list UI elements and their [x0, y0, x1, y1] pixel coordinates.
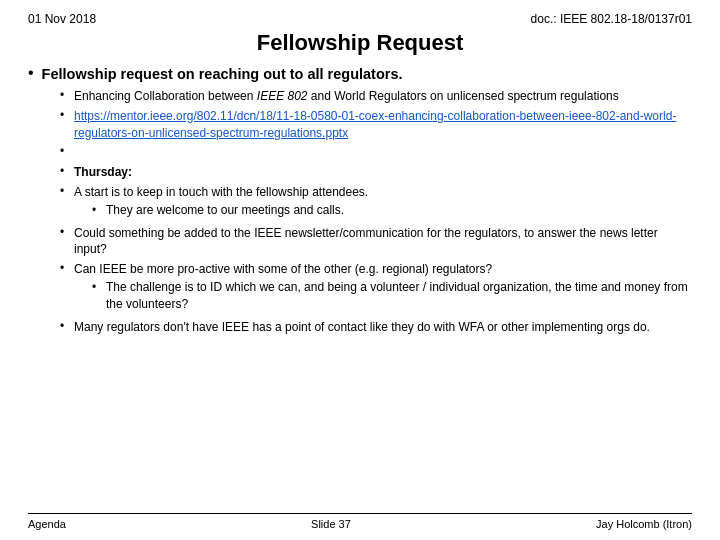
- list-item: • https://mentor.ieee.org/802.11/dcn/18/…: [60, 108, 692, 142]
- thursday-bold: Thursday:: [74, 165, 132, 179]
- content: • Fellowship request on reaching out to …: [28, 66, 692, 513]
- page: 01 Nov 2018 doc.: IEEE 802.18-18/0137r01…: [0, 0, 720, 540]
- list-item: • The challenge is to ID which we can, a…: [92, 279, 692, 313]
- sub-sub-text: They are welcome to our meetings and cal…: [106, 202, 344, 219]
- footer-center: Slide 37: [66, 518, 596, 530]
- header: 01 Nov 2018 doc.: IEEE 802.18-18/0137r01: [28, 12, 692, 26]
- bullet-icon: •: [92, 279, 100, 296]
- page-title: Fellowship Request: [28, 30, 692, 56]
- empty-text: [74, 144, 692, 161]
- challenge-text: The challenge is to ID which we can, and…: [106, 279, 692, 313]
- footer-left: Agenda: [28, 518, 66, 530]
- header-date: 01 Nov 2018: [28, 12, 96, 26]
- proactive-text: Can IEEE be more pro-active with some of…: [74, 261, 692, 315]
- thursday-label: Thursday:: [74, 164, 692, 181]
- main-bullet: • Fellowship request on reaching out to …: [28, 66, 692, 82]
- bullet-icon: •: [60, 164, 68, 178]
- footer-right: Jay Holcomb (Itron): [596, 518, 692, 530]
- main-bullet-dot: •: [28, 64, 34, 82]
- list-item-empty: •: [60, 144, 692, 161]
- bullet-text-1: Enhancing Collaboration between IEEE 802…: [74, 88, 692, 105]
- list-item-regulators: • Many regulators don't have IEEE has a …: [60, 319, 692, 336]
- sub-sub-list: • They are welcome to our meetings and c…: [74, 202, 692, 219]
- newsletter-text: Could something be added to the IEEE new…: [74, 225, 692, 259]
- sub-bullet-list: • Enhancing Collaboration between IEEE 8…: [28, 88, 692, 335]
- list-item-newsletter: • Could something be added to the IEEE n…: [60, 225, 692, 259]
- bullet-icon: •: [60, 144, 68, 158]
- bullet-icon: •: [60, 319, 68, 333]
- start-text: A start is to keep in touch with the fel…: [74, 184, 692, 222]
- header-doc: doc.: IEEE 802.18-18/0137r01: [531, 12, 692, 26]
- bullet-icon: •: [60, 225, 68, 239]
- footer: Agenda Slide 37 Jay Holcomb (Itron): [28, 513, 692, 530]
- link-text[interactable]: https://mentor.ieee.org/802.11/dcn/18/11…: [74, 109, 676, 140]
- bullet-icon: •: [60, 88, 68, 102]
- list-item: • Enhancing Collaboration between IEEE 8…: [60, 88, 692, 105]
- list-item: • They are welcome to our meetings and c…: [92, 202, 692, 219]
- sub-sub-list-2: • The challenge is to ID which we can, a…: [74, 279, 692, 313]
- bullet-icon: •: [92, 202, 100, 219]
- list-item-proactive: • Can IEEE be more pro-active with some …: [60, 261, 692, 315]
- list-item-start: • A start is to keep in touch with the f…: [60, 184, 692, 222]
- list-item-thursday: • Thursday:: [60, 164, 692, 181]
- regulators-text: Many regulators don't have IEEE has a po…: [74, 319, 692, 336]
- main-bullet-text: Fellowship request on reaching out to al…: [42, 66, 403, 82]
- bullet-link: https://mentor.ieee.org/802.11/dcn/18/11…: [74, 108, 692, 142]
- bullet-icon: •: [60, 184, 68, 198]
- bullet-icon: •: [60, 261, 68, 275]
- bullet-icon: •: [60, 108, 68, 122]
